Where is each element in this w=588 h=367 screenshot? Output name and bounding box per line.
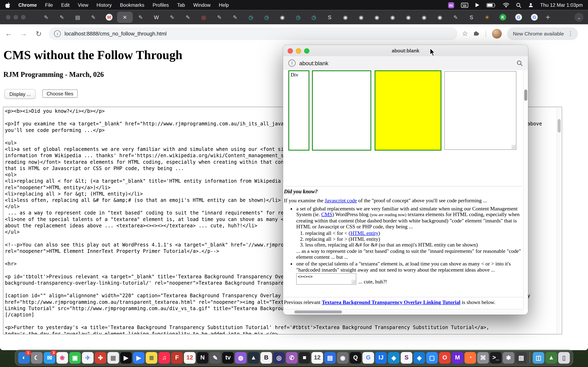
dock-icon-19[interactable]: ▲ xyxy=(248,352,259,364)
tutorial-link[interactable]: Textarea Background Transparency Overlay… xyxy=(322,300,460,305)
dock-icon-40[interactable]: ▥ xyxy=(516,352,527,364)
tab-github-icon[interactable]: ◉ xyxy=(337,12,353,23)
dock-icon-23[interactable]: ■ xyxy=(299,352,310,364)
tab-pencil-icon[interactable]: ✎ xyxy=(227,12,243,23)
tab-clock-icon[interactable]: ◷ xyxy=(290,12,306,23)
chrome-update-button[interactable]: New Chrome available ⋮ xyxy=(507,27,578,40)
dock-icon-27[interactable]: Q xyxy=(350,352,361,364)
dock-icon-10[interactable]: ▶ xyxy=(133,352,145,364)
menubar-item-view[interactable]: View xyxy=(74,2,93,8)
keyboard-icon[interactable] xyxy=(461,2,468,8)
tab-sbadge-icon[interactable]: S xyxy=(322,12,337,23)
tab-pencil-icon[interactable]: ✎ xyxy=(212,12,227,23)
tab-clock-icon[interactable]: ◷ xyxy=(306,12,322,23)
dock-icon-5[interactable]: ▣ xyxy=(69,352,81,364)
tab-google-icon[interactable]: G xyxy=(527,12,542,23)
url-text[interactable]: localhost:8888/cms_no_follow_through.htm… xyxy=(65,31,167,37)
textarea-scrollbar-thumb[interactable] xyxy=(558,119,561,133)
extensions-puzzle-icon[interactable] xyxy=(473,30,480,38)
tab-github-icon[interactable]: ◉ xyxy=(274,12,290,23)
menubar-clock[interactable]: Thu 12 Mar 1:03pm xyxy=(540,2,583,8)
dock-icon-12[interactable]: ♫ xyxy=(158,352,170,364)
javascript-code-link[interactable]: Javascript code xyxy=(325,198,357,203)
tab-github-icon[interactable]: ◉ xyxy=(353,12,369,23)
dock-icon-29[interactable]: IJ xyxy=(375,352,387,364)
tab-flower-icon[interactable]: ✳ xyxy=(479,12,495,23)
tab-github-icon[interactable]: ◉ xyxy=(416,12,432,23)
tab-github-icon[interactable]: ◉ xyxy=(369,12,385,23)
dock-icon-4[interactable]: ❀ xyxy=(56,352,68,364)
tab-pencil-icon[interactable]: ✎ xyxy=(54,12,70,23)
apple-logo-icon[interactable] xyxy=(5,2,11,8)
menubar-item-edit[interactable]: Edit xyxy=(57,2,74,8)
menubar-item-profiles[interactable]: Profiles xyxy=(148,2,173,8)
dock-icon-17[interactable]: tv xyxy=(222,352,234,364)
display-button[interactable]: Display ... xyxy=(4,89,36,99)
popup-site-info-icon[interactable]: i xyxy=(288,59,295,67)
popup-hscroll-thumb[interactable] xyxy=(294,310,342,314)
dock-icon-11[interactable]: ≣ xyxy=(146,352,157,364)
menubar-item-file[interactable]: File xyxy=(41,2,57,8)
tab-pencil-icon[interactable]: ✎ xyxy=(448,12,463,23)
active-tab[interactable]: ✕ xyxy=(117,12,133,23)
tab-github-icon[interactable]: ◉ xyxy=(401,12,416,23)
dock-icon-38[interactable]: >_ xyxy=(490,352,502,364)
dock-icon-9[interactable]: ▶ xyxy=(120,352,132,364)
dock-icon-33[interactable]: ▢ xyxy=(426,352,438,364)
tab-kbadge-icon[interactable]: K xyxy=(495,12,511,23)
tab-clock-icon[interactable]: ◷ xyxy=(259,12,274,23)
choose-files-button[interactable]: Choose files xyxy=(43,90,78,98)
menubar-item-window[interactable]: Window xyxy=(189,2,215,8)
dock-icon-34[interactable]: O xyxy=(439,352,450,364)
tab-pencil-icon[interactable]: ✎ xyxy=(180,12,196,23)
forward-arrow-icon[interactable]: → xyxy=(17,27,30,40)
tab-wiki-icon[interactable]: W xyxy=(148,12,164,23)
menubar-item-chrome[interactable]: Chrome xyxy=(14,2,41,8)
popup-titlebar[interactable]: about:blank xyxy=(283,45,528,57)
menubar-item-help[interactable]: Help xyxy=(215,2,233,8)
menubar-item-bookmarks[interactable]: Bookmarks xyxy=(116,2,148,8)
dock-icon-25[interactable]: ▤ xyxy=(324,352,336,364)
dock-icon-44[interactable]: ▯ xyxy=(558,352,570,364)
dock-icon-22[interactable]: ✆ xyxy=(286,352,298,364)
dock-icon-14[interactable]: 12 xyxy=(184,352,196,364)
demo-textarea-box[interactable] xyxy=(444,71,517,150)
popup-minimize-button[interactable] xyxy=(296,48,301,54)
menubar-item-tab[interactable]: Tab xyxy=(173,2,189,8)
popup-url-text[interactable]: about:blank xyxy=(299,60,328,66)
dock-icon-7[interactable]: ✚ xyxy=(95,352,106,364)
dock-icon-32[interactable]: ◈ xyxy=(414,352,425,364)
wifi-icon[interactable] xyxy=(503,3,509,8)
html-entity-link[interactable]: HTML entity xyxy=(350,230,378,236)
resize-grip-icon[interactable] xyxy=(351,280,355,284)
tab-gmail-icon[interactable]: M xyxy=(101,12,117,23)
zoom-window-button[interactable] xyxy=(21,15,26,19)
user-switch-icon[interactable] xyxy=(528,2,534,8)
tab-github-icon[interactable]: ◉ xyxy=(385,12,400,23)
tab-github-icon[interactable]: ◉ xyxy=(432,12,448,23)
dock-icon-39[interactable]: ✱ xyxy=(503,352,514,364)
dock-icon-36[interactable]: ◔ xyxy=(465,352,476,364)
tab-clock-icon[interactable]: ◷ xyxy=(243,12,259,23)
popup-vertical-scrollbar[interactable] xyxy=(523,70,528,309)
resize-grip-icon[interactable] xyxy=(511,145,516,149)
tab-google-icon[interactable]: G xyxy=(511,12,527,23)
tab-pencil-icon[interactable]: ✎ xyxy=(38,12,54,23)
site-info-icon[interactable]: i xyxy=(54,30,61,37)
app-icon[interactable]: m xyxy=(448,2,454,8)
tab-note-icon[interactable]: ▤ xyxy=(70,12,86,23)
dock-icon-3[interactable]: ✉3 xyxy=(44,352,55,364)
tab-pencil-icon[interactable]: ✎ xyxy=(86,12,101,23)
popup-horizontal-scrollbar[interactable] xyxy=(283,309,523,315)
dock-icon-30[interactable]: ◆ xyxy=(388,352,399,364)
dock-icon-2[interactable]: ☾ xyxy=(31,352,43,364)
dock-icon-21[interactable]: ◎ xyxy=(273,352,285,364)
tab-search-chevron-icon[interactable]: ⌄ xyxy=(575,13,584,22)
dock-icon-1[interactable]: ◐1 xyxy=(18,352,30,364)
tab-pencil-icon[interactable]: ✎ xyxy=(133,12,148,23)
back-arrow-icon[interactable]: ← xyxy=(2,27,15,40)
kebab-menu-icon[interactable]: ⋮ xyxy=(568,32,573,35)
dock-icon-31[interactable]: S xyxy=(401,352,412,364)
close-window-button[interactable] xyxy=(6,15,10,19)
popup-urlbar[interactable]: i about:blank xyxy=(283,56,528,71)
